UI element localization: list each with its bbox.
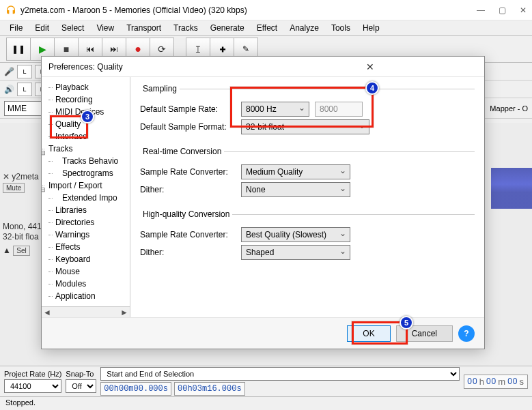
tree-mouse[interactable]: Mouse <box>43 265 128 278</box>
play-icon <box>39 44 46 55</box>
track-name[interactable]: y2meta <box>12 172 38 181</box>
menu-generate[interactable]: Generate <box>205 22 250 34</box>
hq-legend: High-quality Conversion <box>140 209 232 219</box>
tree-midi[interactable]: MIDI Devices <box>43 106 128 118</box>
help-button[interactable]: ? <box>458 325 475 342</box>
tree-scrollbar[interactable]: ◄► <box>42 306 130 317</box>
realtime-legend: Real-time Conversion <box>140 147 224 156</box>
ok-button[interactable]: OK <box>347 325 390 342</box>
track-panel: ✕ y2meta Mute Mono, 441 32-bit floa ▲ Se… <box>3 172 44 257</box>
menu-help[interactable]: Help <box>357 22 385 34</box>
dialog-close-button[interactable]: ✕ <box>263 61 477 72</box>
group-highquality: High-quality Conversion Sample Rate Conv… <box>140 209 475 265</box>
preferences-dialog: Preferences: Quality ✕ Playback Recordin… <box>41 56 485 349</box>
hq-dither-select[interactable]: Shaped <box>241 245 350 260</box>
selection-start[interactable]: 00h00m00.000s <box>100 382 171 396</box>
sample-rate-select[interactable]: 8000 Hz <box>241 102 309 117</box>
track-info-2: 32-bit floa <box>3 232 44 243</box>
hq-converter-label: Sample Rate Converter: <box>140 230 236 239</box>
rt-dither-select[interactable]: None <box>241 182 350 197</box>
record-icon <box>135 43 141 55</box>
menu-bar: File Edit Select View Transport Tracks G… <box>0 20 532 35</box>
tree-modules[interactable]: Modules <box>43 278 128 290</box>
menu-transport[interactable]: Transport <box>121 22 167 34</box>
menu-tracks[interactable]: Tracks <box>168 22 204 34</box>
play-meter-l: L <box>17 83 32 96</box>
dialog-footer: OK Cancel ? <box>42 317 484 349</box>
cancel-button[interactable]: Cancel <box>396 325 453 342</box>
menu-analyze[interactable]: Analyze <box>284 22 324 34</box>
menu-tools[interactable]: Tools <box>326 22 356 34</box>
tree-keyboard[interactable]: Keyboard <box>43 253 128 265</box>
minimize-button[interactable]: — <box>477 5 485 15</box>
tree-recording[interactable]: Recording <box>43 93 128 106</box>
sampling-legend: Sampling <box>140 84 180 93</box>
rec-meter-l: L <box>17 65 32 78</box>
project-rate-select[interactable]: 44100 <box>4 379 61 393</box>
status-bar: Stopped. <box>0 396 532 410</box>
selection-end[interactable]: 00h03m16.000s <box>174 382 245 396</box>
preferences-tree[interactable]: Playback Recording MIDI Devices Quality … <box>42 77 130 317</box>
tree-tracks[interactable]: Tracks <box>43 143 128 155</box>
sample-rate-label: Default Sample Rate: <box>140 104 236 114</box>
rt-converter-select[interactable]: Medium Quality <box>241 164 350 179</box>
skip-end-icon <box>110 44 118 54</box>
rt-dither-label: Dither: <box>140 185 236 194</box>
tree-playback[interactable]: Playback <box>43 81 128 93</box>
speaker-icon: 🔊 <box>4 85 14 94</box>
mute-button[interactable]: Mute <box>3 183 25 193</box>
track-info-1: Mono, 441 <box>3 222 44 233</box>
tree-quality[interactable]: Quality <box>43 118 128 130</box>
stop-icon <box>64 44 69 55</box>
pause-icon <box>12 44 25 54</box>
project-rate-label: Project Rate (Hz) <box>4 370 61 378</box>
dialog-title: Preferences: Quality <box>48 62 263 72</box>
skip-start-icon <box>86 44 94 54</box>
tree-spectrograms[interactable]: Spectrograms <box>43 167 128 179</box>
tree-application[interactable]: Application <box>43 290 128 302</box>
tree-effects[interactable]: Effects <box>43 241 128 253</box>
selection-toolbar: Project Rate (Hz) 44100 Snap-To Off Star… <box>0 366 532 396</box>
snap-label: Snap-To <box>66 370 96 378</box>
menu-file[interactable]: File <box>4 22 28 34</box>
pause-button[interactable] <box>6 38 31 61</box>
select-button[interactable]: Sel <box>13 246 29 256</box>
tree-libraries[interactable]: Libraries <box>43 204 128 216</box>
window-titlebar: y2meta.com - Maroon 5 - Memories (Offici… <box>0 0 532 20</box>
app-icon <box>5 5 16 16</box>
waveform-preview <box>491 168 532 209</box>
envelope-icon <box>219 44 225 54</box>
group-realtime: Real-time Conversion Sample Rate Convert… <box>140 147 475 203</box>
audio-position: 00h 00m 00s <box>464 375 528 389</box>
close-button[interactable]: ✕ <box>520 5 527 15</box>
sample-rate-text[interactable] <box>315 102 363 117</box>
menu-effect[interactable]: Effect <box>251 22 283 34</box>
group-sampling: Sampling Default Sample Rate: 8000 Hz De… <box>140 84 475 140</box>
selection-mode-select[interactable]: Start and End of Selection <box>100 367 460 381</box>
ibeam-icon <box>195 44 201 55</box>
loop-icon <box>158 44 166 55</box>
maximize-button[interactable]: ▢ <box>499 5 506 15</box>
tree-tracks-behaviors[interactable]: Tracks Behavio <box>43 155 128 167</box>
hq-dither-label: Dither: <box>140 248 236 257</box>
menu-select[interactable]: Select <box>56 22 89 34</box>
pencil-icon <box>242 44 249 54</box>
audio-host-select[interactable] <box>4 101 45 116</box>
menu-view[interactable]: View <box>91 22 120 34</box>
hq-converter-select[interactable]: Best Quality (Slowest) <box>241 227 350 242</box>
tree-directories[interactable]: Directories <box>43 216 128 229</box>
tree-extended-import[interactable]: Extended Impo <box>43 192 128 204</box>
snap-select[interactable]: Off <box>66 379 96 393</box>
preferences-content: Sampling Default Sample Rate: 8000 Hz De… <box>130 77 484 317</box>
rt-converter-label: Sample Rate Converter: <box>140 167 236 177</box>
tree-import-export[interactable]: Import / Export <box>43 179 128 192</box>
window-title: y2meta.com - Maroon 5 - Memories (Offici… <box>20 5 477 15</box>
tree-warnings[interactable]: Warnings <box>43 229 128 241</box>
menu-edit[interactable]: Edit <box>29 22 55 34</box>
mic-icon: 🎤 <box>4 67 14 76</box>
sample-format-label: Default Sample Format: <box>140 122 236 132</box>
tree-interface[interactable]: Interface <box>43 130 128 143</box>
output-device-hint: Mapper - O <box>490 104 528 113</box>
sample-format-select[interactable]: 32-bit float <box>241 119 369 134</box>
